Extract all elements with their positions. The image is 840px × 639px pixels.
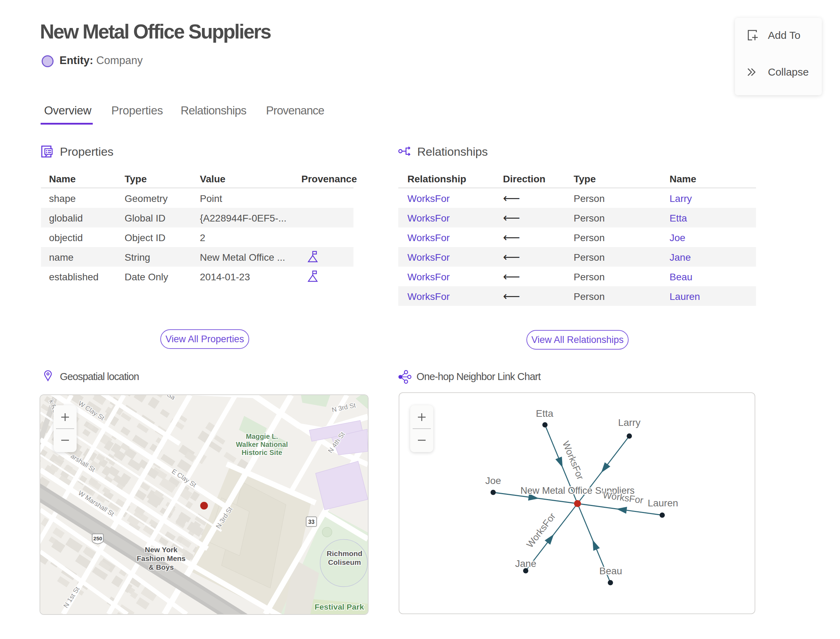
- svg-text:Historic Site: Historic Site: [242, 448, 282, 456]
- svg-text:250: 250: [94, 536, 102, 541]
- svg-text:Fashion Mens: Fashion Mens: [137, 554, 186, 563]
- svg-text:New York: New York: [145, 545, 178, 554]
- svg-text:33: 33: [309, 519, 315, 525]
- svg-text:Richmond: Richmond: [326, 549, 362, 558]
- svg-text:Jane: Jane: [515, 558, 536, 569]
- svg-text:WorksFor: WorksFor: [560, 440, 585, 481]
- svg-text:Beau: Beau: [599, 566, 622, 576]
- svg-text:Lauren: Lauren: [648, 498, 678, 509]
- svg-text:Coliseum: Coliseum: [328, 558, 361, 566]
- svg-text:Joe: Joe: [485, 475, 501, 486]
- svg-text:Maggie L.: Maggie L.: [246, 432, 278, 440]
- svg-text:Etta: Etta: [536, 408, 554, 419]
- svg-text:Festival Park: Festival Park: [315, 602, 364, 611]
- svg-text:WorksFor: WorksFor: [524, 511, 558, 550]
- svg-text:Larry: Larry: [618, 417, 641, 428]
- svg-text:Walker National: Walker National: [236, 440, 288, 448]
- svg-text:& Boys: & Boys: [149, 563, 174, 571]
- svg-text:WorksFor: WorksFor: [602, 490, 644, 505]
